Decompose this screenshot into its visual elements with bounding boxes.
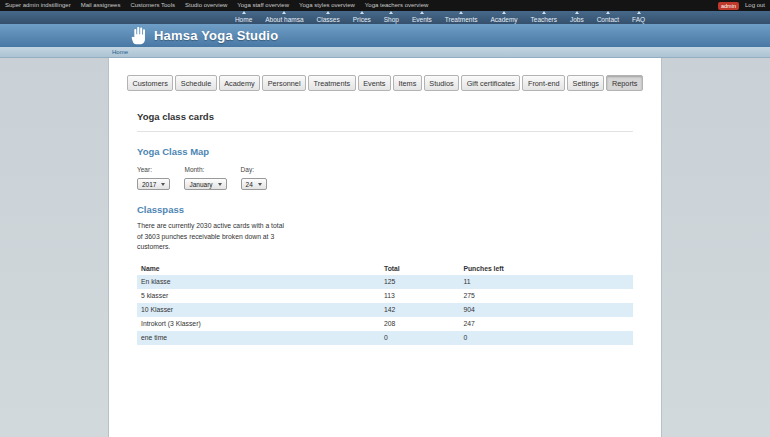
nav-item-shop[interactable]: Shop bbox=[384, 11, 399, 23]
caret-up-icon bbox=[575, 11, 579, 14]
nav-item-academy[interactable]: Academy bbox=[490, 11, 517, 23]
month-select[interactable]: January bbox=[184, 178, 226, 190]
cell-punches-left: 275 bbox=[459, 289, 633, 303]
nav-label: Shop bbox=[384, 16, 399, 23]
site-title: Hamsa Yoga Studio bbox=[154, 28, 278, 43]
nav-label: Contact bbox=[597, 16, 619, 23]
main-nav: Home About hamsa Classes Prices Shop Eve… bbox=[0, 11, 770, 24]
month-filter: Month: January bbox=[184, 166, 226, 190]
tab-items[interactable]: Items bbox=[393, 75, 422, 91]
cell-name: En klasse bbox=[137, 275, 380, 289]
admin-link-yoga-styles-overview[interactable]: Yoga styles overview bbox=[299, 0, 355, 11]
cell-name: 10 Klasser bbox=[137, 303, 380, 317]
year-label: Year: bbox=[137, 166, 170, 173]
nav-item-prices[interactable]: Prices bbox=[353, 11, 371, 23]
caret-up-icon bbox=[606, 11, 610, 14]
nav-label: Events bbox=[412, 16, 432, 23]
nav-item-treatments[interactable]: Treatments bbox=[445, 11, 478, 23]
tab-academy[interactable]: Academy bbox=[219, 75, 260, 91]
caret-down-icon bbox=[161, 183, 165, 186]
section-heading-yoga-class-map: Yoga Class Map bbox=[137, 146, 633, 157]
nav-item-home[interactable]: Home bbox=[235, 11, 252, 23]
nav-item-classes[interactable]: Classes bbox=[317, 11, 340, 23]
caret-down-icon bbox=[258, 183, 262, 186]
admin-tab-bar: Customers Schedule Academy Personnel Tre… bbox=[137, 75, 633, 91]
admin-link-mail-assignees[interactable]: Mail assignees bbox=[81, 0, 121, 11]
tab-treatments[interactable]: Treatments bbox=[308, 75, 356, 91]
classpass-table: Name Total Punches left En klasse 125 11… bbox=[137, 262, 633, 345]
nav-item-contact[interactable]: Contact bbox=[597, 11, 619, 23]
content-card: Customers Schedule Academy Personnel Tre… bbox=[108, 58, 662, 437]
caret-up-icon bbox=[637, 11, 641, 14]
day-label: Day: bbox=[241, 166, 267, 173]
cell-punches-left: 0 bbox=[459, 331, 633, 345]
nav-label: Jobs bbox=[570, 16, 584, 23]
admin-bar-links: Super admin indstillinger Mail assignees… bbox=[5, 0, 428, 11]
page-title: Yoga class cards bbox=[137, 111, 633, 132]
nav-label: Academy bbox=[490, 16, 517, 23]
admin-link-yoga-staff-overview[interactable]: Yoga staff overview bbox=[237, 0, 289, 11]
month-select-value: January bbox=[189, 181, 212, 188]
table-row: En klasse 125 11 bbox=[137, 275, 633, 289]
admin-link-studio-overview[interactable]: Studio overview bbox=[185, 0, 227, 11]
admin-link-customers-tools[interactable]: Customers Tools bbox=[130, 0, 175, 11]
caret-up-icon bbox=[542, 11, 546, 14]
caret-up-icon bbox=[459, 11, 463, 14]
day-filter: Day: 24 bbox=[241, 166, 267, 190]
nav-label: Treatments bbox=[445, 16, 478, 23]
table-header-row: Name Total Punches left bbox=[137, 262, 633, 275]
nav-item-teachers[interactable]: Teachers bbox=[531, 11, 557, 23]
nav-item-jobs[interactable]: Jobs bbox=[570, 11, 584, 23]
tab-personnel[interactable]: Personnel bbox=[262, 75, 306, 91]
tab-events[interactable]: Events bbox=[358, 75, 391, 91]
date-filter-row: Year: 2017 Month: January Day: 24 bbox=[137, 166, 633, 190]
day-select[interactable]: 24 bbox=[241, 178, 267, 190]
caret-up-icon bbox=[282, 11, 286, 14]
tab-studios[interactable]: Studios bbox=[424, 75, 459, 91]
cell-total: 113 bbox=[380, 289, 459, 303]
nav-item-events[interactable]: Events bbox=[412, 11, 432, 23]
section-heading-classpass: Classpass bbox=[137, 204, 633, 215]
col-header-total: Total bbox=[380, 262, 459, 275]
cell-punches-left: 247 bbox=[459, 317, 633, 331]
tab-reports[interactable]: Reports bbox=[606, 75, 643, 91]
cell-total: 208 bbox=[380, 317, 459, 331]
admin-bar-right: admin Log out bbox=[718, 0, 765, 11]
hamsa-hand-icon bbox=[130, 26, 147, 45]
tab-schedule[interactable]: Schedule bbox=[175, 75, 216, 91]
cell-punches-left: 904 bbox=[459, 303, 633, 317]
cell-name: 5 klasser bbox=[137, 289, 380, 303]
nav-item-faq[interactable]: FAQ bbox=[632, 11, 645, 23]
classpass-summary: There are currently 2030 active cards wi… bbox=[137, 221, 289, 253]
admin-link-yoga-teachers-overview[interactable]: Yoga teachers overview bbox=[365, 0, 428, 11]
admin-bar: Super admin indstillinger Mail assignees… bbox=[0, 0, 770, 11]
day-select-value: 24 bbox=[246, 181, 253, 188]
caret-up-icon bbox=[242, 11, 246, 14]
month-label: Month: bbox=[184, 166, 226, 173]
caret-up-icon bbox=[360, 11, 364, 14]
nav-item-about-hamsa[interactable]: About hamsa bbox=[265, 11, 303, 23]
tab-gift-certificates[interactable]: Gift certificates bbox=[461, 75, 520, 91]
breadcrumb-home-link[interactable]: Home bbox=[112, 49, 128, 55]
nav-label: Home bbox=[235, 16, 252, 23]
year-select[interactable]: 2017 bbox=[137, 178, 170, 190]
col-header-name: Name bbox=[137, 262, 380, 275]
tab-settings[interactable]: Settings bbox=[567, 75, 604, 91]
col-header-punches-left: Punches left bbox=[459, 262, 633, 275]
tab-front-end[interactable]: Front-end bbox=[522, 75, 565, 91]
caret-up-icon bbox=[502, 11, 506, 14]
tab-customers[interactable]: Customers bbox=[127, 75, 173, 91]
caret-up-icon bbox=[389, 11, 393, 14]
nav-label: Prices bbox=[353, 16, 371, 23]
cell-name: Introkort (3 Klasser) bbox=[137, 317, 380, 331]
breadcrumb: Home bbox=[0, 47, 770, 58]
caret-down-icon bbox=[218, 183, 222, 186]
page-background: Customers Schedule Academy Personnel Tre… bbox=[0, 58, 770, 437]
table-row: 10 Klasser 142 904 bbox=[137, 303, 633, 317]
cell-total: 142 bbox=[380, 303, 459, 317]
caret-up-icon bbox=[326, 11, 330, 14]
nav-label: Teachers bbox=[531, 16, 557, 23]
logout-link[interactable]: Log out bbox=[745, 0, 765, 11]
cell-total: 0 bbox=[380, 331, 459, 345]
admin-link-super-admin[interactable]: Super admin indstillinger bbox=[5, 0, 71, 11]
